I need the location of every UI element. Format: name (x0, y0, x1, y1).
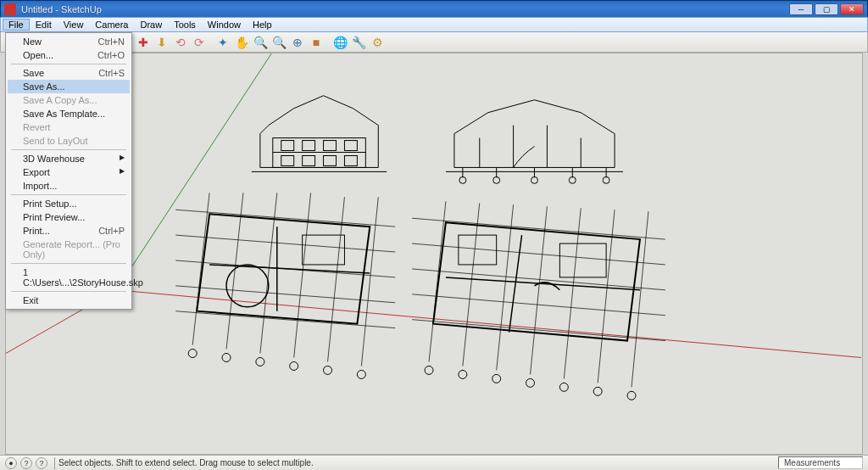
menu-tools[interactable]: Tools (168, 19, 202, 31)
tool-icon[interactable]: 🔧 (350, 34, 367, 51)
file-menu-item[interactable]: Print Setup... (8, 197, 130, 210)
svg-point-47 (357, 370, 365, 378)
file-menu-item[interactable]: Export▶ (8, 165, 130, 179)
svg-line-59 (632, 211, 648, 387)
menu-window[interactable]: Window (202, 19, 247, 31)
status-hint: Select objects. Shift to extend select. … (58, 458, 314, 467)
status-icon[interactable]: ? (20, 457, 32, 469)
elevation-drawing (252, 96, 387, 172)
app-icon (4, 3, 16, 15)
svg-point-65 (526, 378, 535, 387)
warehouse-icon[interactable]: 🌐 (331, 34, 348, 51)
menu-view[interactable]: View (58, 19, 90, 31)
svg-point-22 (569, 176, 576, 183)
zoom-window-icon[interactable]: ⊕ (289, 34, 306, 51)
titlebar: Untitled - SketchUp ─ ▢ ✕ (0, 0, 868, 17)
tool-icon[interactable]: ⚙ (369, 34, 386, 51)
svg-line-51 (412, 294, 665, 316)
svg-point-20 (493, 176, 500, 183)
svg-rect-11 (324, 155, 337, 165)
viewport[interactable] (5, 53, 863, 455)
file-menu-item[interactable]: Print Preview... (8, 210, 130, 224)
svg-rect-6 (303, 141, 315, 151)
svg-point-40 (226, 265, 269, 307)
floor-plan-2 (412, 201, 665, 400)
svg-point-19 (459, 176, 466, 183)
svg-line-50 (412, 269, 665, 290)
svg-rect-9 (281, 155, 294, 165)
svg-point-45 (290, 361, 298, 370)
window-title: Untitled - SketchUp (21, 4, 102, 14)
file-menu-item[interactable]: Import... (8, 179, 130, 193)
svg-point-44 (256, 357, 264, 366)
svg-rect-12 (344, 155, 357, 165)
zoom-icon[interactable]: 🔍 (252, 34, 269, 51)
window-controls: ─ ▢ ✕ (789, 3, 864, 15)
tool-icon[interactable]: ⬇ (153, 34, 170, 51)
svg-point-62 (425, 366, 433, 374)
file-menu-item: Generate Report... (Pro Only) (8, 238, 130, 261)
svg-line-48 (412, 218, 665, 239)
iso-icon[interactable]: ■ (308, 34, 325, 51)
redo-icon[interactable]: ⟳ (191, 34, 208, 51)
maximize-button[interactable]: ▢ (815, 3, 838, 15)
menu-draw[interactable]: Draw (134, 19, 168, 31)
file-menu-item: Send to LayOut (8, 134, 130, 148)
tool-icon[interactable]: ✚ (135, 34, 152, 51)
measurements-box[interactable]: Measurements (778, 456, 863, 469)
file-menu-item[interactable]: Save As... (8, 80, 130, 93)
measurements-label: Measurements (784, 458, 840, 467)
file-menu-item: Revert (8, 120, 130, 134)
file-menu-item[interactable]: NewCtrl+N (8, 35, 130, 48)
svg-line-34 (192, 193, 209, 344)
svg-point-21 (531, 176, 538, 183)
svg-line-53 (429, 201, 446, 361)
file-menu-item[interactable]: Print...Ctrl+P (8, 224, 130, 238)
svg-line-39 (361, 197, 378, 366)
floor-plan-1 (175, 193, 395, 378)
file-menu-item[interactable]: Save As Template... (8, 107, 130, 120)
file-menu-item[interactable]: Open...Ctrl+O (8, 48, 130, 62)
statusbar: ● ? ? Select objects. Shift to extend se… (0, 455, 868, 470)
undo-icon[interactable]: ⟲ (172, 34, 189, 51)
status-icon[interactable]: ● (5, 457, 17, 469)
svg-line-55 (497, 204, 514, 370)
svg-rect-8 (344, 141, 357, 151)
svg-rect-7 (324, 141, 337, 151)
file-menu-item: Save A Copy As... (8, 93, 130, 107)
svg-point-68 (627, 391, 636, 400)
svg-line-37 (294, 193, 311, 357)
svg-line-1 (117, 290, 861, 358)
status-icon[interactable]: ? (36, 457, 47, 469)
file-menu-item[interactable]: Exit (8, 294, 130, 307)
pan-icon[interactable]: ✋ (233, 34, 250, 51)
orbit-icon[interactable]: ✦ (214, 34, 231, 51)
svg-point-66 (559, 383, 568, 391)
menu-edit[interactable]: Edit (30, 19, 58, 31)
svg-line-33 (175, 311, 395, 328)
minimize-button[interactable]: ─ (789, 3, 813, 15)
svg-line-30 (175, 235, 395, 252)
svg-point-67 (593, 387, 602, 395)
svg-point-46 (324, 366, 332, 374)
close-button[interactable]: ✕ (840, 3, 864, 15)
file-menu-item[interactable]: 1 C:\Users\...\2StoryHouse.skp (8, 266, 130, 289)
file-menu-item[interactable]: SaveCtrl+S (8, 66, 130, 80)
menu-file[interactable]: File (3, 19, 30, 31)
svg-point-63 (459, 370, 467, 378)
svg-line-49 (412, 243, 665, 265)
menubar: File Edit View Camera Draw Tools Window … (0, 17, 868, 32)
svg-rect-10 (303, 155, 315, 165)
svg-point-43 (222, 354, 231, 362)
svg-point-23 (603, 176, 609, 183)
svg-point-64 (492, 374, 501, 383)
section-drawing (446, 100, 623, 184)
svg-line-54 (463, 203, 480, 366)
zoom-extents-icon[interactable]: 🔍 (270, 34, 287, 51)
menu-camera[interactable]: Camera (89, 19, 134, 31)
svg-point-42 (188, 350, 197, 358)
svg-rect-61 (559, 243, 606, 277)
svg-rect-5 (281, 141, 294, 151)
menu-help[interactable]: Help (247, 19, 278, 31)
file-menu-item[interactable]: 3D Warehouse▶ (8, 152, 130, 165)
